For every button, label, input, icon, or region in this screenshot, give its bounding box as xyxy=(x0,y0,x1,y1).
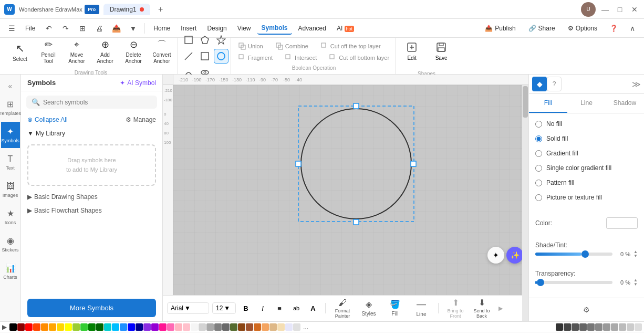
menu-home[interactable]: Home xyxy=(149,23,174,34)
color-black[interactable] xyxy=(9,323,17,331)
color-light[interactable] xyxy=(293,323,300,331)
color-darkred[interactable] xyxy=(17,323,25,331)
color-swatch[interactable] xyxy=(606,217,638,229)
color-saddlebrown[interactable] xyxy=(238,323,245,331)
export-button[interactable]: 📤 xyxy=(109,21,123,36)
shape-line[interactable] xyxy=(181,49,196,64)
color-limegreen[interactable] xyxy=(80,323,88,331)
redo-button[interactable]: ↷ xyxy=(58,21,73,36)
color-dark4[interactable] xyxy=(579,323,587,331)
color-gold[interactable] xyxy=(57,323,64,331)
user-avatar[interactable]: U xyxy=(581,2,596,17)
no-fill-row[interactable]: No fill xyxy=(535,119,638,129)
line-tool[interactable]: — Line xyxy=(410,297,433,320)
align-button[interactable]: ≡ xyxy=(273,301,286,315)
cut-top-button[interactable]: Cut off the top layer xyxy=(317,41,385,51)
canvas-main[interactable]: ✦ ✨ xyxy=(173,85,528,295)
images-button[interactable]: 🖼 Images xyxy=(1,176,20,203)
color-lightgray[interactable] xyxy=(199,323,206,331)
minimize-button[interactable]: — xyxy=(600,4,610,15)
styles-tool[interactable]: ◈ Styles xyxy=(357,297,380,320)
format-painter-tool[interactable]: 🖌 FormatPainter xyxy=(331,297,354,320)
collapse-left-button[interactable]: « xyxy=(1,79,20,93)
color-dark6[interactable] xyxy=(595,323,603,331)
color-darkolive[interactable] xyxy=(230,323,237,331)
color-darkgray[interactable] xyxy=(206,323,214,331)
pattern-fill-radio[interactable] xyxy=(535,180,542,186)
color-gray[interactable] xyxy=(214,323,222,331)
fill-active-btn[interactable]: ◆ xyxy=(532,77,547,91)
color-whitesmoke[interactable] xyxy=(191,323,198,331)
color-dark3[interactable] xyxy=(572,323,579,331)
shade-down-arrow[interactable]: ▼ xyxy=(633,254,638,258)
union-button[interactable]: Union xyxy=(234,41,267,51)
uppercase-button[interactable]: A xyxy=(306,301,320,315)
my-library-header[interactable]: ▼ My Library xyxy=(27,130,156,137)
menu-file[interactable]: File xyxy=(21,23,39,34)
select-tool[interactable]: ↖ Select xyxy=(6,36,34,68)
handle-bottom[interactable] xyxy=(354,219,359,225)
color-blue[interactable] xyxy=(128,323,135,331)
new-tab-button[interactable]: + xyxy=(154,3,167,16)
shape-pentagon[interactable] xyxy=(198,33,212,47)
color-orangered[interactable] xyxy=(33,323,40,331)
color-dark2[interactable] xyxy=(564,323,571,331)
color-sienna[interactable] xyxy=(246,323,253,331)
search-input[interactable] xyxy=(43,99,152,106)
solid-fill-row[interactable]: Solid fill xyxy=(535,133,638,144)
collapse-sidebar-btn[interactable]: ☰ xyxy=(4,21,19,36)
color-pink[interactable] xyxy=(183,323,190,331)
color-sandybrown[interactable] xyxy=(262,323,269,331)
stickers-button[interactable]: ◉ Stickers xyxy=(1,231,20,257)
palette-expand-btn[interactable]: ▶ xyxy=(2,323,7,331)
expand-right-btn[interactable]: ≫ xyxy=(632,79,641,89)
fragment-button[interactable]: Fragment xyxy=(234,52,277,63)
color-red[interactable] xyxy=(25,323,33,331)
color-light1[interactable] xyxy=(627,323,634,331)
delete-anchor-tool[interactable]: ⊖ DeleteAnchor xyxy=(120,36,147,68)
color-dark9[interactable] xyxy=(619,323,626,331)
color-hotpink[interactable] xyxy=(167,323,174,331)
menu-symbols[interactable]: Symbols xyxy=(257,22,292,35)
add-anchor-tool[interactable]: ⊕ AddAnchor xyxy=(91,36,119,68)
italic-button[interactable]: I xyxy=(256,301,269,315)
no-fill-radio[interactable] xyxy=(535,121,542,128)
palette-more-btn[interactable]: ... xyxy=(303,323,308,331)
scrollbar-vertical[interactable] xyxy=(522,85,528,321)
symbols-button[interactable]: ✦ Symbols xyxy=(1,122,20,148)
collapse-all-button[interactable]: ⊗ Collapse All xyxy=(27,116,68,123)
edit-button[interactable]: Edit xyxy=(399,35,424,67)
color-wheat[interactable] xyxy=(277,323,285,331)
document-tab[interactable]: Drawing1 xyxy=(103,4,150,15)
shape-star[interactable] xyxy=(214,33,228,47)
color-darkorange[interactable] xyxy=(41,323,48,331)
pencil-tool[interactable]: ✏ PencilTool xyxy=(35,36,62,68)
tab-fill[interactable]: Fill xyxy=(529,94,567,113)
color-dimgray[interactable] xyxy=(222,323,230,331)
color-yellow[interactable] xyxy=(65,323,72,331)
color-turquoise[interactable] xyxy=(104,323,111,331)
maximize-button[interactable]: □ xyxy=(615,4,625,15)
shape-circle[interactable] xyxy=(214,49,228,64)
cut-bottom-button[interactable]: Cut off bottom layer xyxy=(325,52,393,63)
menu-ai[interactable]: AI hot xyxy=(333,23,358,34)
bring-front-tool[interactable]: ⬆ Bring toFront xyxy=(444,297,467,320)
color-darkblue[interactable] xyxy=(136,323,143,331)
pattern-fill-row[interactable]: Pattern fill xyxy=(535,177,638,188)
menu-advanced[interactable]: Advanced xyxy=(294,23,330,34)
send-back-tool[interactable]: ⬇ Send toBack xyxy=(470,297,493,320)
close-button[interactable]: ✕ xyxy=(629,4,640,15)
more-symbols-button[interactable]: More Symbols xyxy=(27,299,156,317)
manage-button[interactable]: ⚙ Manage xyxy=(126,116,156,123)
tab-shadow[interactable]: Shadow xyxy=(606,94,644,113)
add-page-button[interactable]: + xyxy=(27,334,37,337)
color-dark7[interactable] xyxy=(603,323,610,331)
save-button[interactable]: Save xyxy=(429,35,454,67)
ai-symbol-button[interactable]: ✦ AI Symbol xyxy=(120,79,156,87)
color-lightpink[interactable] xyxy=(175,323,182,331)
shape-square2[interactable] xyxy=(198,49,212,64)
icons-button[interactable]: ★ Icons xyxy=(1,204,20,230)
color-chocolate[interactable] xyxy=(254,323,261,331)
color-lavender[interactable] xyxy=(285,323,293,331)
options-button[interactable]: ⚙ Options xyxy=(563,23,603,34)
